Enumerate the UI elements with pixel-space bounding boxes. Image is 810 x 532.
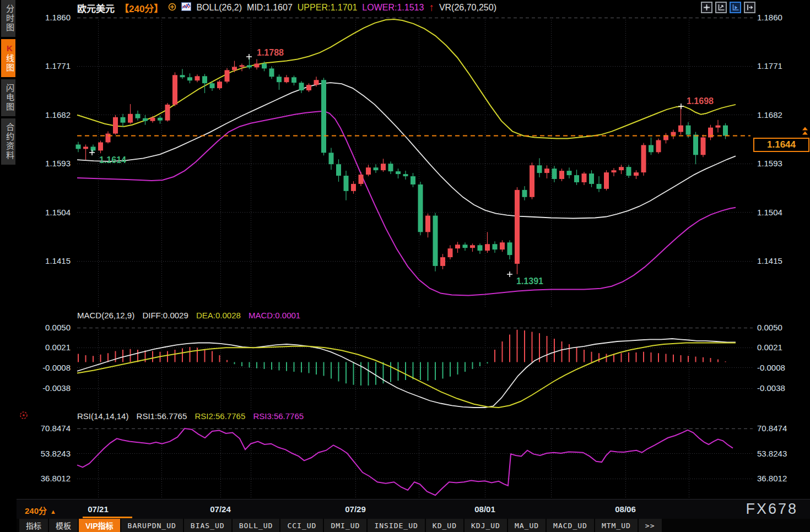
axis-scale-icon[interactable]: [715, 2, 727, 13]
candle-body: [418, 184, 423, 232]
candle-body: [537, 165, 542, 173]
main-chart[interactable]: 1.18601.18601.17711.17711.16821.16821.15…: [0, 0, 810, 499]
candle-body: [247, 65, 252, 67]
kline-label-k: K: [5, 44, 14, 54]
candle-body: [255, 63, 260, 67]
candle-body: [113, 117, 118, 134]
axis-tick-label: 1.1771: [757, 61, 782, 70]
macd-macd-value: MACD:0.0001: [249, 311, 300, 320]
boll-params: BOLL(26,2): [196, 3, 242, 13]
sidebar-item-kline-chart[interactable]: K线图: [1, 39, 15, 77]
candle-body: [723, 126, 728, 136]
candlestick-chart-icon[interactable]: [181, 2, 191, 13]
axis-play-icon[interactable]: [730, 2, 741, 13]
tab-more[interactable]: >>: [639, 519, 662, 532]
current-price-tag: 1.1644: [753, 138, 809, 152]
date-label: 07/24: [210, 504, 231, 514]
candle-body: [671, 132, 676, 135]
candle-body: [425, 216, 430, 232]
tab-indicator-bias_ud[interactable]: BIAS_UD: [184, 519, 231, 532]
macd-header: MACD(26,12,9) DIFF:0.0029 DEA:0.0028 MAC…: [77, 311, 306, 320]
candle-body: [597, 184, 602, 189]
candle-body: [150, 118, 155, 121]
candle-body: [277, 77, 282, 82]
candle-body: [500, 242, 505, 249]
tab-vip-indicators[interactable]: VIP指标: [79, 519, 120, 532]
candle-body: [686, 126, 691, 135]
tab-indicator-ma_ud[interactable]: MA_UD: [508, 519, 546, 532]
tab-templates[interactable]: 模板: [49, 519, 78, 532]
h-scrollbar-thumb[interactable]: [83, 517, 132, 518]
axis-tick-label: 0.0050: [757, 323, 782, 332]
candle-body: [306, 85, 311, 90]
axis-tick-label: 53.8243: [757, 449, 787, 458]
axis-tick-label: 1.1504: [45, 208, 71, 217]
kline-label-rest: 线图: [5, 54, 14, 73]
axis-tick-label: 0.0021: [757, 343, 782, 352]
tab-indicator-cci_ud[interactable]: CCI_UD: [280, 519, 323, 532]
macd-dea-line: [77, 343, 736, 408]
tab-indicators[interactable]: 指标: [19, 519, 48, 532]
candle-body: [619, 167, 624, 170]
candle-body: [321, 80, 326, 153]
rsi-params: RSI(14,14,14): [77, 411, 128, 421]
candle-body: [83, 146, 88, 149]
exit-right-icon[interactable]: [744, 2, 755, 13]
tab-indicator-boll_ud[interactable]: BOLL_UD: [233, 519, 280, 532]
sidebar-item-contract-info[interactable]: 合约资料: [1, 118, 15, 165]
date-label: 08/06: [615, 504, 636, 514]
axis-tick-label: 1.1593: [757, 159, 782, 168]
candle-body: [589, 173, 594, 184]
candle-body: [612, 170, 617, 172]
tab-indicator-mtm_ud[interactable]: MTM_UD: [595, 519, 638, 532]
tab-indicator-kdj_ud[interactable]: KDJ_UD: [465, 519, 507, 532]
candle-body: [678, 126, 683, 132]
date-label: 08/01: [474, 504, 495, 514]
sidebar-item-time-chart[interactable]: 分时图: [1, 0, 15, 37]
tab-indicator-dmi_ud[interactable]: DMI_UD: [324, 519, 366, 532]
timeframe-up-triangle: ▲: [50, 508, 56, 515]
symbol-title: 欧元美元: [77, 1, 115, 15]
chart-header: 欧元美元 【240分】 BOLL(26,2) MID:1.1607 UPPER:…: [77, 2, 496, 14]
tab-indicator-inside_ud[interactable]: INSIDE_UD: [368, 519, 424, 532]
rsi2-value: RSI2:56.7765: [195, 411, 245, 421]
tab-indicator-macd_ud[interactable]: MACD_UD: [547, 519, 594, 532]
candle-body: [128, 114, 133, 123]
date-label: 07/29: [345, 504, 366, 514]
candle-body: [440, 257, 445, 266]
candle-body: [567, 171, 572, 175]
axis-tick-label: -0.0008: [42, 363, 71, 372]
axis-tick-label: 1.1593: [45, 159, 71, 168]
candle-body: [403, 174, 408, 176]
candle-body: [121, 117, 126, 123]
axis-tick-label: -0.0038: [42, 383, 71, 393]
candle-body: [143, 118, 148, 121]
price-marker-arrow: [802, 132, 808, 135]
candle-body: [91, 146, 96, 150]
timeframe-button[interactable]: 240分▲: [25, 504, 56, 516]
price-marker-arrow: [802, 127, 808, 131]
candle-body: [232, 67, 237, 70]
circle-plus-icon[interactable]: [168, 3, 176, 13]
axis-tick-label: 1.1415: [757, 256, 782, 265]
candle-body: [269, 68, 274, 77]
candle-body: [433, 216, 438, 266]
indicator-tabs: BARUPDN_UDBIAS_UDBOLL_UDCCI_UDDMI_UDINSI…: [121, 519, 639, 532]
rsi-line: [77, 428, 733, 495]
axis-tick-label: 70.8474: [41, 424, 71, 433]
candle-body: [180, 75, 185, 77]
candle-body: [291, 77, 296, 83]
candle-body: [344, 176, 349, 191]
axis-tick-label: 1.1415: [45, 256, 71, 265]
move-crosshair-icon[interactable]: [701, 2, 712, 13]
candle-body: [165, 105, 170, 121]
candle-body: [701, 138, 706, 155]
tab-indicator-barupdn_ud[interactable]: BARUPDN_UD: [121, 519, 183, 532]
candle-body: [470, 245, 475, 248]
sidebar-item-flash-chart[interactable]: 闪电图: [1, 79, 15, 116]
candle-body: [530, 165, 534, 197]
candle-body: [187, 77, 192, 80]
candle-body: [693, 135, 698, 155]
candle-body: [388, 164, 393, 171]
tab-indicator-kd_ud[interactable]: KD_UD: [426, 519, 463, 532]
